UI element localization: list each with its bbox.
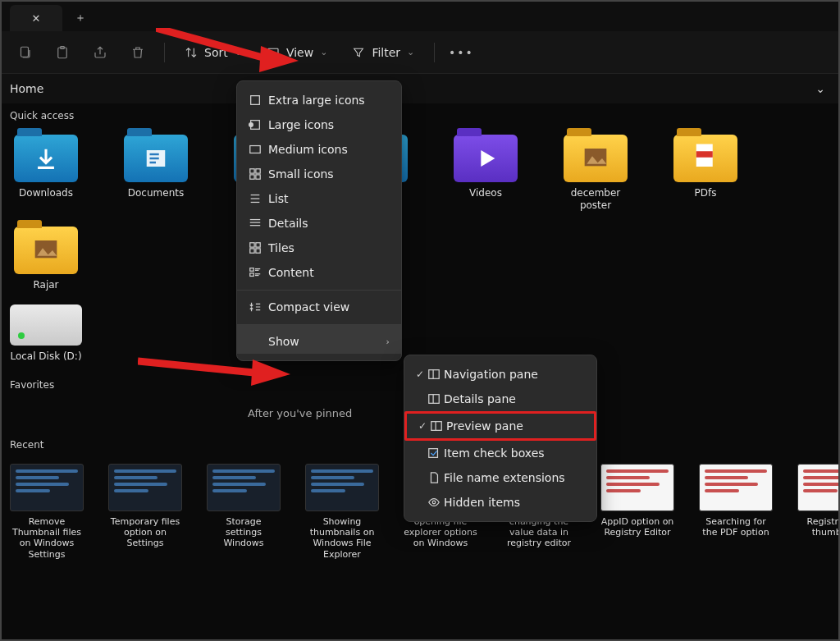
svg-rect-36	[250, 268, 253, 272]
close-icon[interactable]: ✕	[32, 12, 41, 25]
recent-label: Temporary files option on Settings	[108, 516, 182, 549]
folder-label: december poster	[559, 187, 632, 212]
svg-rect-35	[256, 249, 260, 253]
more-icon[interactable]: •••	[450, 41, 472, 64]
view-menu-item[interactable]: Tiles	[237, 236, 401, 260]
view-menu-item[interactable]: Extra large icons	[237, 88, 401, 112]
svg-rect-0	[21, 47, 29, 57]
recent-item[interactable]: Remove Thumbnail files on Windows Settin…	[10, 464, 84, 560]
menu-item-label: Content	[268, 266, 314, 279]
paste-icon[interactable]	[51, 41, 74, 64]
svg-rect-24	[250, 175, 254, 179]
recent-thumbnail	[699, 464, 773, 511]
submenu-item-label: File name extensions	[444, 471, 565, 484]
svg-rect-44	[429, 395, 439, 404]
folder-label: Downloads	[19, 187, 73, 199]
folder-item[interactable]: Videos	[450, 135, 522, 212]
folder-item[interactable]: PDfs	[669, 135, 742, 212]
tab[interactable]: ✕	[10, 5, 62, 31]
chevron-down-icon[interactable]: ⌄	[815, 82, 825, 95]
chevron-down-icon: ⌄	[320, 47, 327, 57]
svg-point-49	[432, 501, 436, 504]
recent-item[interactable]: Temporary files option on Settings	[108, 464, 182, 560]
view-menu-item[interactable]: List	[237, 186, 401, 211]
view-menu-item[interactable]: Content	[237, 260, 401, 285]
folder-item[interactable]: Rajar	[10, 227, 82, 291]
menu-item-icon	[249, 192, 262, 205]
menu-item-label: Extra large icons	[268, 94, 365, 107]
svg-rect-22	[250, 169, 254, 173]
copy-icon[interactable]	[13, 41, 36, 64]
recent-item[interactable]: AppID option on Registry Editor	[600, 464, 674, 560]
menu-item-label: Large icons	[268, 118, 334, 131]
folder-item[interactable]: Downloads	[10, 135, 82, 212]
submenu-item-label: Navigation pane	[444, 368, 538, 381]
svg-marker-12	[481, 150, 495, 167]
menu-item-icon	[249, 217, 262, 230]
svg-rect-48	[429, 449, 438, 458]
view-menu-item[interactable]: Large icons	[237, 112, 401, 137]
folder-label: Documents	[128, 187, 184, 199]
titlebar: ✕ ＋	[2, 2, 838, 31]
show-submenu-item[interactable]: Item check boxes	[404, 441, 596, 465]
show-submenu-item[interactable]: ✓ Preview pane	[404, 411, 596, 441]
submenu-item-label: Hidden items	[444, 496, 520, 509]
folder-icon	[454, 135, 518, 182]
recent-item[interactable]: Registr adre thumb PD	[797, 464, 840, 560]
submenu-item-icon	[427, 368, 441, 381]
view-menu-compact[interactable]: Compact view	[237, 290, 401, 319]
filter-icon	[352, 46, 365, 59]
menu-item-icon	[249, 118, 262, 131]
quick-access-label: Quick access	[2, 103, 838, 128]
submenu-item-label: Item check boxes	[444, 446, 545, 460]
drive-item[interactable]: Local Disk (D:)	[10, 304, 82, 363]
view-menu-item[interactable]: Medium icons	[237, 137, 401, 162]
recent-label: Searching for the PDF option	[699, 516, 773, 538]
svg-rect-16	[696, 151, 713, 158]
recent-item[interactable]: Showing thumbnails on Windows File Explo…	[305, 464, 379, 560]
filter-label: Filter	[372, 46, 400, 59]
svg-rect-25	[256, 175, 260, 179]
recent-label: Remove Thumbnail files on Windows Settin…	[10, 516, 84, 560]
show-submenu-item[interactable]: ✓ Navigation pane	[404, 362, 596, 387]
svg-rect-20	[251, 121, 260, 130]
submenu-item-icon	[427, 446, 441, 460]
svg-rect-7	[150, 162, 157, 164]
folder-icon	[14, 135, 78, 182]
recent-item[interactable]: Storage settings Windows	[207, 464, 281, 560]
menu-item-label: Small icons	[268, 167, 334, 181]
filter-button[interactable]: Filter ⌄	[347, 43, 419, 62]
folder-label: Videos	[469, 187, 502, 199]
show-submenu-item[interactable]: Details pane	[404, 387, 596, 411]
svg-rect-6	[150, 158, 159, 160]
share-icon[interactable]	[89, 41, 112, 64]
svg-rect-39	[250, 273, 253, 277]
folder-item[interactable]: Documents	[120, 135, 192, 212]
folder-item[interactable]: december poster	[559, 135, 632, 212]
view-menu-item[interactable]: Details	[237, 211, 401, 236]
recent-thumbnail	[207, 464, 281, 511]
show-submenu-item[interactable]: File name extensions	[404, 465, 596, 490]
svg-rect-5	[150, 153, 159, 156]
chevron-down-icon: ⌄	[407, 47, 414, 57]
recent-thumbnail	[797, 464, 840, 511]
show-submenu: ✓ Navigation pane Details pane✓ Preview …	[404, 355, 597, 522]
svg-rect-33	[256, 243, 260, 247]
show-submenu-item[interactable]: Hidden items	[404, 490, 596, 515]
svg-marker-51	[259, 46, 299, 72]
menu-item-icon	[249, 143, 262, 156]
submenu-item-icon	[427, 392, 441, 405]
svg-rect-34	[250, 249, 254, 253]
delete-icon[interactable]	[126, 41, 149, 64]
home-header[interactable]: Home ⌄	[2, 74, 838, 103]
folder-label: Rajar	[33, 279, 58, 291]
recent-thumbnail	[600, 464, 674, 511]
svg-rect-32	[250, 243, 254, 247]
view-menu-show[interactable]: Show›	[237, 324, 401, 354]
drive-icon	[10, 304, 82, 346]
recent-item[interactable]: Searching for the PDF option	[699, 464, 773, 560]
submenu-item-label: Preview pane	[446, 419, 523, 433]
view-menu-item[interactable]: Small icons	[237, 162, 401, 186]
folder-icon	[14, 227, 78, 274]
new-tab-button[interactable]: ＋	[67, 5, 94, 31]
